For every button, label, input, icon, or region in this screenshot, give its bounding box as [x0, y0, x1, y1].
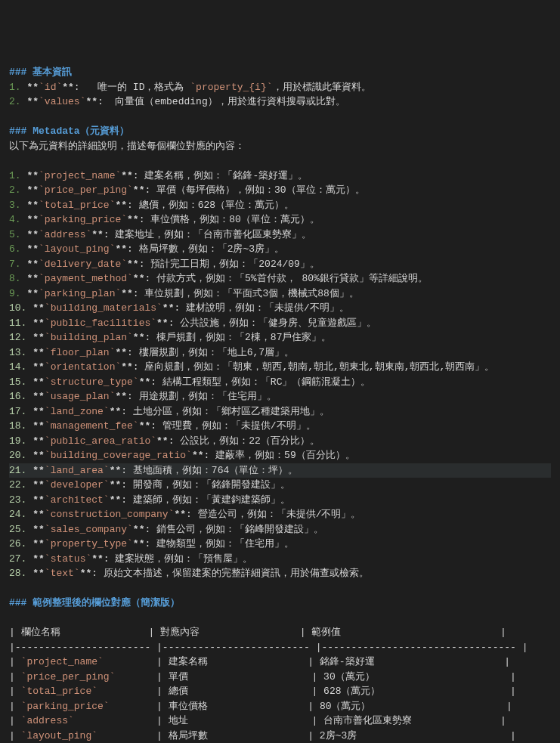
table-row-2: | `total_price` | 總價 | 628（萬元） |: [9, 684, 551, 699]
list-item-meta-0: 1. **`project_name`**: 建案名稱，例如：「銘鋒-築好運」。: [9, 169, 551, 184]
list-item-meta-27: 28. **`text`**: 原始文本描述，保留建案的完整詳細資訊，用於備查或…: [9, 566, 551, 581]
blank-line: [9, 110, 551, 125]
blank-line: [9, 153, 551, 169]
blank-line: [9, 611, 551, 626]
list-item-meta-8: 9. **`parking_plan`**: 車位規劃，例如：「平面式3個，機械…: [9, 286, 551, 302]
table-sep: |----------------------- |--------------…: [9, 640, 551, 655]
list-item-meta-13: 14. **`orientation`**: 座向規劃，例如：「朝東，朝西,朝南…: [9, 360, 551, 375]
table-row-1: | `price_per_ping` | 單價 | 30（萬元） |: [9, 670, 551, 685]
heading-metadata: ### Metadata（元資料）: [9, 124, 551, 139]
list-item-meta-2: 3. **`total_price`**: 總價，例如：628（單位：萬元）。: [9, 198, 551, 213]
metadata-intro: 以下為元資料的詳細說明，描述每個欄位對應的內容：: [9, 139, 551, 154]
list-item-meta-7: 8. **`payment_method`**: 付款方式，例如：「5%首付款，…: [9, 271, 551, 286]
list-item-meta-3: 4. **`parking_price`**: 車位價格，例如：80（單位：萬元…: [9, 212, 551, 228]
heading-basic-info: ### 基本資訊: [9, 65, 551, 80]
list-item-meta-6: 7. **`delivery_date`**: 預計完工日期，例如：「2024/…: [9, 257, 551, 272]
list-item-meta-15: 16. **`usage_plan`**: 用途規劃，例如：「住宅用」。: [9, 389, 551, 404]
list-item-meta-26: 27. **`status`**: 建案狀態，例如：「預售屋」。: [9, 552, 551, 567]
list-item-meta-10: 11. **`public_facilities`**: 公共設施，例如：「健身…: [9, 316, 551, 331]
markdown-document: ### 基本資訊1. **`id`**: 唯一的 ID，格式為 `propert…: [9, 65, 551, 743]
heading-table: ### 範例整理後的欄位對應（簡潔版）: [9, 596, 551, 611]
list-item-meta-25: 26. **`property_type`**: 建物類型，例如：「住宅用」。: [9, 537, 551, 552]
list-item-meta-16: 17. **`land_zone`**: 土地分區，例如：「鄉村區乙種建築用地」…: [9, 404, 551, 419]
list-item-meta-14: 15. **`structure_type`**: 結構工程類型，例如：「RC」…: [9, 375, 551, 390]
table-row-3: | `parking_price` | 車位價格 | 80（萬元） |: [9, 699, 551, 714]
list-item-meta-9: 10. **`building_materials`**: 建材說明，例如：「未…: [9, 301, 551, 316]
list-item-meta-21: 22. **`developer`**: 開發商，例如：「銘鋒開發建設」。: [9, 478, 551, 493]
list-item-meta-19: 20. **`building_coverage_ratio`**: 建蔽率，例…: [9, 448, 551, 463]
list-item-meta-18: 19. **`public_area_ratio`**: 公設比，例如：22（百…: [9, 434, 551, 449]
table-header: | 欄位名稱 | 對應內容 | 範例值 |: [9, 625, 551, 640]
list-item-meta-12: 13. **`floor_plan`**: 樓層規劃，例如：「地上6,7層」。: [9, 345, 551, 361]
list-item-meta-22: 23. **`architect`**: 建築師，例如：「黃建鈞建築師」。: [9, 493, 551, 508]
list-item-meta-11: 12. **`building_plan`**: 棟戶規劃，例如：「2棟，87戶…: [9, 330, 551, 345]
list-item-meta-23: 24. **`construction_company`**: 營造公司，例如：…: [9, 507, 551, 522]
list-item-meta-4: 5. **`address`**: 建案地址，例如：「台南市善化區東勢寮」。: [9, 228, 551, 243]
list-item-meta-17: 18. **`management_fee`**: 管理費，例如：「未提供/不明…: [9, 419, 551, 434]
list-item-meta-24: 25. **`sales_company`**: 銷售公司，例如：「銘峰開發建設…: [9, 522, 551, 537]
list-item-basic-1: 2. **`values`**: 向量值（embedding），用於進行資料搜尋…: [9, 94, 551, 110]
blank-line: [9, 581, 551, 596]
table-row-0: | `project_name` | 建案名稱 | 銘鋒-築好運 |: [9, 655, 551, 670]
list-item-meta-20: 21. **`land_area`**: 基地面積，例如：764（單位：坪）。: [9, 463, 551, 478]
table-row-5: | `layout_ping` | 格局坪數 | 2房~3房 |: [9, 729, 551, 744]
list-item-basic-0: 1. **`id`**: 唯一的 ID，格式為 `property_{i}`，用…: [9, 80, 551, 95]
list-item-meta-1: 2. **`price_per_ping`**: 單價（每坪價格），例如：30（…: [9, 183, 551, 198]
list-item-meta-5: 6. **`layout_ping`**: 格局坪數，例如：「2房~3房」。: [9, 242, 551, 257]
table-row-4: | `address` | 地址 | 台南市善化區東勢寮 |: [9, 714, 551, 729]
